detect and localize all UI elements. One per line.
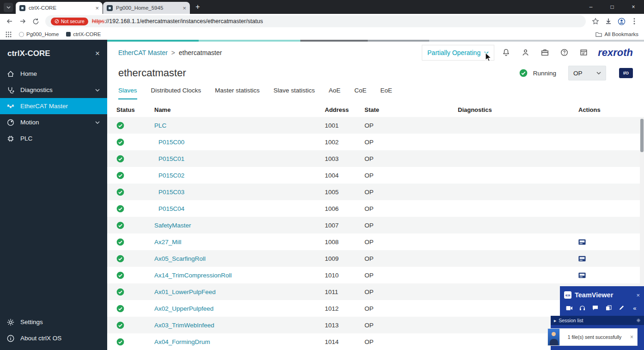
table-row: P015C04 1006 OP [107,200,644,217]
reload-icon [32,18,39,25]
download-icon [605,18,612,25]
not-secure-label: Not secure [61,18,85,24]
tab-search-button[interactable] [4,3,13,12]
chat-icon[interactable] [592,305,599,311]
slave-name-link[interactable]: Ax01_LowerPulpFeed [154,289,216,295]
breadcrumb-link[interactable]: EtherCAT Master [118,49,168,56]
star-icon [592,18,599,25]
drive-action-icon[interactable] [578,272,586,278]
collapse-icon[interactable]: « [631,305,638,311]
help-button[interactable] [556,45,572,61]
session-list-label: Session list [559,318,583,323]
apps-grid-icon[interactable] [6,31,12,37]
user-button[interactable] [517,45,533,61]
content-tab[interactable]: EoE [380,87,392,99]
app-window: ctrlX-CORE × Home Diagnostics EtherCAT M… [0,40,644,350]
slave-name-link[interactable]: Ax02_UpperPulpfeed [154,305,213,312]
teamviewer-close-icon[interactable]: × [636,292,640,299]
minimize-button[interactable]: – [580,0,601,14]
apps-button[interactable] [537,45,553,61]
session-settings-gear-icon[interactable] [636,318,641,323]
slave-name-link[interactable]: PLC [154,122,166,129]
status-ok-icon [116,255,124,263]
teamviewer-toolbar: « [560,304,644,316]
system-status-dropdown[interactable]: Partially Operating [422,45,494,61]
slave-name-link[interactable]: P015C01 [154,155,184,162]
slave-name-link[interactable]: P015C02 [154,172,184,179]
sidebar-item-diagnostics[interactable]: Diagnostics [0,82,107,98]
notification-close-icon[interactable]: × [629,334,637,340]
sidebar-item-ethercat-master[interactable]: EtherCAT Master [0,98,107,114]
slave-name-link[interactable]: P015C03 [154,189,184,196]
content-tab[interactable]: Master statistics [215,87,260,99]
slave-name-link[interactable]: Ax05_ScarfingRoll [154,255,206,262]
session-list-bar[interactable]: ▸ Session list [551,316,644,325]
slave-name-link[interactable]: P015C00 [154,139,184,146]
browser-menu-button[interactable] [628,15,640,27]
sidebar-item-plc[interactable]: PLC [0,130,107,147]
headset-icon[interactable] [578,305,586,311]
drive-action-icon[interactable] [578,256,586,262]
slave-name-link[interactable]: Ax27_Mill [154,239,182,246]
content-tab[interactable]: CoE [354,87,366,99]
tab-close-icon[interactable]: × [182,5,186,11]
sidebar-item-motion[interactable]: Motion [0,114,107,130]
page-title-row: ethercatmaster Running OP I/O [107,63,644,83]
not-secure-badge[interactable]: Not secure [51,18,88,25]
sidebar-close-icon[interactable]: × [95,49,100,58]
table-row: P015C01 1003 OP [107,150,644,167]
session-expand-icon[interactable]: ▸ [554,318,556,323]
breadcrumb-separator: > [171,49,175,56]
slave-name-link[interactable]: Ax04_FormingDrum [154,338,210,345]
camera-icon[interactable] [565,305,573,311]
sidebar-item-about[interactable]: About ctrlX OS [0,330,107,346]
slave-name-link[interactable]: P015C04 [154,205,184,212]
sidebar-item-settings[interactable]: Settings [0,314,107,330]
bookmark-label: Pg000_Home [26,31,59,37]
bookmark-item-ctrlx-core[interactable]: ctrlX-CORE [66,31,101,37]
address-cell: 1007 [325,222,365,229]
slave-name-link[interactable]: Ax14_TrimCompressionRoll [154,272,232,279]
maximize-button[interactable]: □ [601,0,623,14]
back-button[interactable] [4,15,16,27]
all-bookmarks-button[interactable]: All Bookmarks [595,31,639,37]
op-state-value: OP [573,70,583,77]
status-cell [116,338,154,346]
drive-action-icon[interactable] [578,239,586,245]
name-cell: Ax03_TrimWebInfeed [154,322,325,329]
table-row: Ax14_TrimCompressionRoll 1010 OP [107,267,644,283]
sidebar-item-label: PLC [20,135,32,142]
downloads-button[interactable] [602,15,614,27]
forward-button[interactable] [17,15,29,27]
draw-icon[interactable] [618,305,626,311]
close-window-button[interactable]: × [623,0,644,14]
teamviewer-toolbar-panel: «» TeamViewer × « [560,286,644,316]
browser-tab[interactable]: Pg000_Home_5945 × [103,2,190,14]
briefcase-icon [541,48,549,57]
scrollbar-thumb[interactable] [640,119,644,152]
op-state-select[interactable]: OP [568,66,606,80]
content-tab[interactable]: Distributed Clocks [151,87,201,99]
name-cell: P015C03 [154,189,325,196]
bookmark-item-pg000-home[interactable]: Pg000_Home [19,31,59,37]
bookmark-star-button[interactable] [589,15,601,27]
slave-name-link[interactable]: Ax03_TrimWebInfeed [154,322,214,329]
new-tab-button[interactable]: + [192,1,203,12]
profile-button[interactable] [615,15,627,27]
browser-tabs: ctrlX-CORE × Pg000_Home_5945 × [16,2,190,14]
content-tab[interactable]: Slave statistics [273,87,315,99]
content-tab[interactable]: AoE [328,87,340,99]
status-cell [116,255,154,263]
slave-name-link[interactable]: SafetyMaster [154,222,191,229]
address-bar[interactable]: Not secure https://192.168.1.1/ethercatm… [45,15,586,27]
sidebar-item-home[interactable]: Home [0,66,107,82]
content-tab[interactable]: Slaves [118,87,137,99]
file-transfer-icon[interactable] [605,305,612,311]
tab-close-icon[interactable]: × [95,5,99,11]
browser-tab[interactable]: ctrlX-CORE × [16,2,103,14]
tab-favicon [107,5,113,11]
notifications-button[interactable] [498,45,514,61]
reload-button[interactable] [30,15,42,27]
feedback-button[interactable] [576,45,591,61]
io-app-icon[interactable]: I/O [619,68,633,78]
